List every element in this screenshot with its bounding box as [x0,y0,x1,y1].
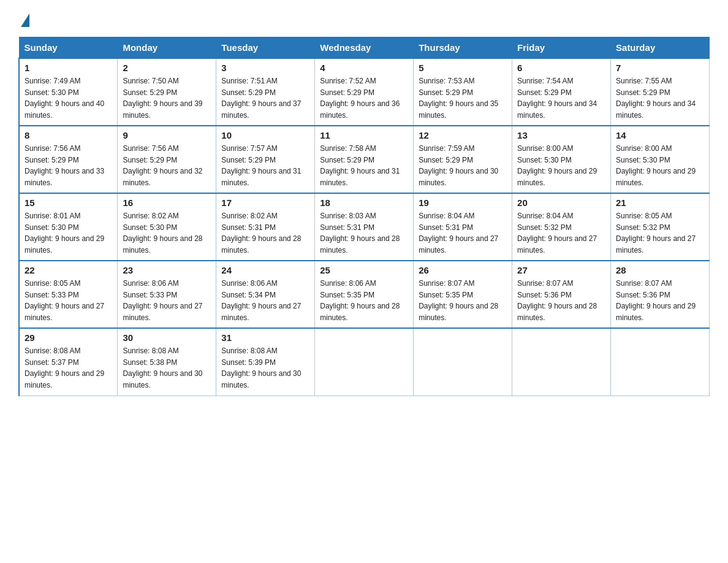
day-info: Sunrise: 8:06 AMSunset: 5:34 PMDaylight:… [221,278,309,323]
calendar-cell: 9 Sunrise: 7:56 AMSunset: 5:29 PMDayligh… [118,126,216,193]
calendar-cell [512,328,611,396]
day-info: Sunrise: 8:06 AMSunset: 5:33 PMDaylight:… [123,278,211,323]
day-info: Sunrise: 7:56 AMSunset: 5:29 PMDaylight:… [123,143,211,188]
calendar-cell: 28 Sunrise: 8:07 AMSunset: 5:36 PMDaylig… [611,261,710,328]
day-info: Sunrise: 8:08 AMSunset: 5:37 PMDaylight:… [25,345,112,391]
calendar-table: SundayMondayTuesdayWednesdayThursdayFrid… [18,37,710,396]
calendar-cell: 15 Sunrise: 8:01 AMSunset: 5:30 PMDaylig… [19,193,118,261]
calendar-cell: 3 Sunrise: 7:51 AMSunset: 5:29 PMDayligh… [216,58,315,126]
day-number: 22 [25,265,112,275]
day-info: Sunrise: 8:07 AMSunset: 5:36 PMDaylight:… [616,278,704,323]
header-friday: Friday [512,37,611,59]
day-info: Sunrise: 7:58 AMSunset: 5:29 PMDaylight:… [320,143,408,188]
day-number: 27 [517,265,605,275]
day-info: Sunrise: 8:08 AMSunset: 5:39 PMDaylight:… [221,345,309,391]
day-number: 25 [320,265,408,275]
logo-triangle-icon [21,13,29,27]
calendar-cell [611,328,710,396]
day-number: 23 [123,265,211,275]
day-number: 24 [221,265,309,275]
day-number: 4 [320,63,408,73]
calendar-cell: 17 Sunrise: 8:02 AMSunset: 5:31 PMDaylig… [216,193,315,261]
header-thursday: Thursday [414,37,512,59]
week-row: 22 Sunrise: 8:05 AMSunset: 5:33 PMDaylig… [19,261,710,328]
day-info: Sunrise: 7:59 AMSunset: 5:29 PMDaylight:… [419,143,507,188]
calendar-cell: 18 Sunrise: 8:03 AMSunset: 5:31 PMDaylig… [315,193,414,261]
calendar-cell: 11 Sunrise: 7:58 AMSunset: 5:29 PMDaylig… [315,126,414,193]
day-number: 16 [123,197,211,208]
day-number: 11 [320,130,408,140]
day-info: Sunrise: 8:04 AMSunset: 5:32 PMDaylight:… [517,210,605,256]
logo [18,12,32,27]
day-number: 17 [221,197,309,208]
header-monday: Monday [118,37,216,59]
week-row: 15 Sunrise: 8:01 AMSunset: 5:30 PMDaylig… [19,193,710,261]
header-tuesday: Tuesday [216,37,315,59]
calendar-cell: 7 Sunrise: 7:55 AMSunset: 5:29 PMDayligh… [611,58,710,126]
day-number: 13 [517,130,605,140]
day-info: Sunrise: 7:56 AMSunset: 5:29 PMDaylight:… [25,143,112,188]
day-number: 29 [25,332,112,343]
day-info: Sunrise: 8:07 AMSunset: 5:35 PMDaylight:… [419,278,507,323]
day-info: Sunrise: 7:53 AMSunset: 5:29 PMDaylight:… [419,75,507,121]
calendar-cell: 26 Sunrise: 8:07 AMSunset: 5:35 PMDaylig… [414,261,512,328]
calendar-cell: 2 Sunrise: 7:50 AMSunset: 5:29 PMDayligh… [118,58,216,126]
header-wednesday: Wednesday [315,37,414,59]
day-number: 6 [517,63,605,73]
day-info: Sunrise: 7:57 AMSunset: 5:29 PMDaylight:… [221,143,309,188]
calendar-cell: 19 Sunrise: 8:04 AMSunset: 5:31 PMDaylig… [414,193,512,261]
day-info: Sunrise: 8:08 AMSunset: 5:38 PMDaylight:… [123,345,211,391]
day-number: 8 [25,130,112,140]
day-info: Sunrise: 8:02 AMSunset: 5:30 PMDaylight:… [123,210,211,256]
day-number: 30 [123,332,211,343]
calendar-cell: 10 Sunrise: 7:57 AMSunset: 5:29 PMDaylig… [216,126,315,193]
day-info: Sunrise: 7:50 AMSunset: 5:29 PMDaylight:… [123,75,211,121]
week-row: 29 Sunrise: 8:08 AMSunset: 5:37 PMDaylig… [19,328,710,396]
calendar-cell: 5 Sunrise: 7:53 AMSunset: 5:29 PMDayligh… [414,58,512,126]
day-number: 5 [419,63,507,73]
calendar-cell: 23 Sunrise: 8:06 AMSunset: 5:33 PMDaylig… [118,261,216,328]
header-sunday: Sunday [19,37,118,59]
page-header [18,12,710,27]
day-number: 14 [616,130,704,140]
day-info: Sunrise: 7:55 AMSunset: 5:29 PMDaylight:… [616,75,704,121]
calendar-cell: 13 Sunrise: 8:00 AMSunset: 5:30 PMDaylig… [512,126,611,193]
day-number: 18 [320,197,408,208]
day-info: Sunrise: 8:03 AMSunset: 5:31 PMDaylight:… [320,210,408,256]
calendar-cell: 20 Sunrise: 8:04 AMSunset: 5:32 PMDaylig… [512,193,611,261]
calendar-cell: 30 Sunrise: 8:08 AMSunset: 5:38 PMDaylig… [118,328,216,396]
day-number: 15 [25,197,112,208]
calendar-cell: 1 Sunrise: 7:49 AMSunset: 5:30 PMDayligh… [19,58,118,126]
day-info: Sunrise: 8:06 AMSunset: 5:35 PMDaylight:… [320,278,408,323]
day-number: 26 [419,265,507,275]
calendar-cell: 31 Sunrise: 8:08 AMSunset: 5:39 PMDaylig… [216,328,315,396]
day-info: Sunrise: 7:54 AMSunset: 5:29 PMDaylight:… [517,75,605,121]
calendar-cell: 12 Sunrise: 7:59 AMSunset: 5:29 PMDaylig… [414,126,512,193]
day-info: Sunrise: 8:01 AMSunset: 5:30 PMDaylight:… [25,210,112,256]
calendar-cell: 24 Sunrise: 8:06 AMSunset: 5:34 PMDaylig… [216,261,315,328]
day-info: Sunrise: 8:04 AMSunset: 5:31 PMDaylight:… [419,210,507,256]
calendar-cell [414,328,512,396]
day-info: Sunrise: 8:00 AMSunset: 5:30 PMDaylight:… [616,143,704,188]
day-number: 10 [221,130,309,140]
calendar-cell: 16 Sunrise: 8:02 AMSunset: 5:30 PMDaylig… [118,193,216,261]
day-number: 12 [419,130,507,140]
day-number: 3 [221,63,309,73]
calendar-cell: 21 Sunrise: 8:05 AMSunset: 5:32 PMDaylig… [611,193,710,261]
calendar-cell: 6 Sunrise: 7:54 AMSunset: 5:29 PMDayligh… [512,58,611,126]
calendar-cell [315,328,414,396]
day-info: Sunrise: 8:07 AMSunset: 5:36 PMDaylight:… [517,278,605,323]
calendar-cell: 14 Sunrise: 8:00 AMSunset: 5:30 PMDaylig… [611,126,710,193]
week-row: 1 Sunrise: 7:49 AMSunset: 5:30 PMDayligh… [19,58,710,126]
day-number: 21 [616,197,704,208]
day-info: Sunrise: 8:00 AMSunset: 5:30 PMDaylight:… [517,143,605,188]
header-saturday: Saturday [611,37,710,59]
day-number: 28 [616,265,704,275]
day-info: Sunrise: 8:05 AMSunset: 5:32 PMDaylight:… [616,210,704,256]
day-number: 9 [123,130,211,140]
weekday-header-row: SundayMondayTuesdayWednesdayThursdayFrid… [19,37,710,59]
calendar-cell: 25 Sunrise: 8:06 AMSunset: 5:35 PMDaylig… [315,261,414,328]
day-info: Sunrise: 7:51 AMSunset: 5:29 PMDaylight:… [221,75,309,121]
calendar-cell: 22 Sunrise: 8:05 AMSunset: 5:33 PMDaylig… [19,261,118,328]
day-number: 2 [123,63,211,73]
